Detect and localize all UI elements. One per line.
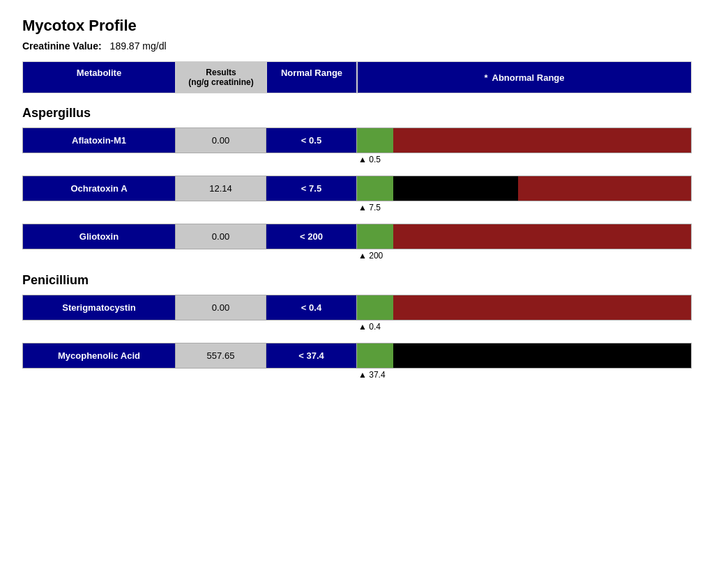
header-metabolite: Metabolite	[22, 61, 176, 93]
chart-abnormal-zone	[393, 343, 691, 368]
threshold-label: ▲ 37.4	[22, 370, 692, 380]
table-row: Gliotoxin0.00< 200	[22, 224, 692, 249]
cell-results: 12.14	[176, 176, 266, 201]
data-row-wrapper: Gliotoxin0.00< 200▲ 200	[22, 224, 692, 261]
table-header: Metabolite Results(ng/g creatinine) Norm…	[22, 61, 692, 93]
data-row-wrapper: Sterigmatocystin0.00< 0.4▲ 0.4	[22, 295, 692, 332]
chart-abnormal-zone	[393, 128, 691, 153]
cell-metabolite: Mycophenolic Acid	[22, 343, 176, 369]
table-row: Mycophenolic Acid557.65< 37.4	[22, 343, 692, 369]
cell-results: 0.00	[176, 127, 266, 153]
cell-chart	[357, 127, 692, 153]
creatinine-label: Creatinine Value:	[22, 40, 102, 52]
threshold-label: ▲ 0.5	[22, 155, 692, 164]
cell-chart	[357, 295, 692, 320]
chart-result-bar	[393, 343, 691, 368]
cell-normal-range: < 200	[266, 224, 357, 249]
cell-chart	[357, 343, 692, 369]
table-row: Sterigmatocystin0.00< 0.4	[22, 295, 692, 320]
cell-normal-range: < 0.4	[266, 295, 357, 320]
chart-result-bar	[393, 176, 518, 201]
chart-normal-zone	[357, 176, 393, 201]
cell-results: 0.00	[176, 224, 266, 249]
table-row: Aflatoxin-M10.00< 0.5	[22, 127, 692, 153]
section-title: Penicillium	[22, 273, 692, 288]
star-icon: *	[484, 72, 487, 83]
abnormal-range-label: Abnormal Range	[492, 72, 565, 83]
cell-normal-range: < 0.5	[266, 127, 357, 153]
cell-metabolite: Sterigmatocystin	[22, 295, 176, 320]
chart-normal-zone	[357, 128, 393, 153]
cell-results: 557.65	[176, 343, 266, 369]
threshold-label: ▲ 200	[22, 251, 692, 261]
data-row-wrapper: Ochratoxin A12.14< 7.5▲ 7.5	[22, 176, 692, 212]
cell-normal-range: < 7.5	[266, 176, 357, 201]
cell-chart	[357, 176, 692, 201]
cell-chart	[357, 224, 692, 249]
chart-normal-zone	[357, 224, 393, 249]
chart-normal-zone	[357, 295, 393, 320]
data-row-wrapper: Mycophenolic Acid557.65< 37.4▲ 37.4	[22, 343, 692, 380]
data-row-wrapper: Aflatoxin-M10.00< 0.5▲ 0.5	[22, 127, 692, 164]
cell-metabolite: Gliotoxin	[22, 224, 176, 249]
cell-results: 0.00	[176, 295, 266, 320]
chart-normal-zone	[357, 343, 393, 368]
threshold-label: ▲ 7.5	[22, 203, 692, 212]
page-title: Mycotox Profile	[22, 17, 692, 35]
header-normal-range: Normal Range	[266, 61, 357, 93]
header-abnormal-range: * Abnormal Range	[357, 61, 692, 93]
chart-abnormal-zone	[393, 224, 691, 249]
chart-abnormal-zone	[393, 176, 691, 201]
cell-metabolite: Aflatoxin-M1	[22, 127, 176, 153]
table-row: Ochratoxin A12.14< 7.5	[22, 176, 692, 201]
header-results: Results(ng/g creatinine)	[176, 61, 266, 93]
section-title: Aspergillus	[22, 106, 692, 121]
cell-metabolite: Ochratoxin A	[22, 176, 176, 201]
creatinine-value: 189.87 mg/dl	[110, 40, 167, 52]
threshold-label: ▲ 0.4	[22, 322, 692, 332]
creatinine-row: Creatinine Value: 189.87 mg/dl	[22, 40, 692, 52]
cell-normal-range: < 37.4	[266, 343, 357, 369]
chart-abnormal-zone	[393, 295, 691, 320]
